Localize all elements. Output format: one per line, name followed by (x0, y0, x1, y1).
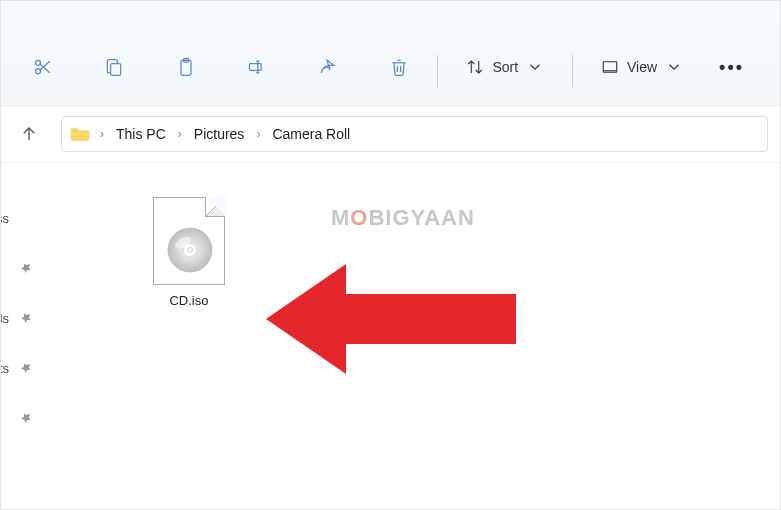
chevron-right-icon: › (98, 127, 106, 141)
annotation-arrow (266, 259, 516, 379)
nav-up-button[interactable] (13, 118, 45, 150)
sidebar-item[interactable]: ess (1, 193, 41, 243)
svg-point-18 (187, 247, 193, 253)
svg-rect-4 (111, 64, 121, 76)
chevron-down-icon (665, 58, 683, 76)
pin-icon (16, 308, 36, 328)
sort-label: Sort (492, 59, 518, 75)
folder-icon (70, 126, 90, 142)
chevron-right-icon: › (176, 127, 184, 141)
clipboard-icon (176, 57, 196, 77)
copy-icon (104, 57, 124, 77)
sidebar-item-label: ess (0, 211, 9, 226)
sidebar-item-label: nts (0, 361, 9, 376)
ellipsis-icon: ••• (719, 57, 744, 78)
arrow-up-icon (20, 125, 38, 143)
breadcrumb[interactable]: › This PC › Pictures › Camera Roll (61, 116, 768, 152)
share-button[interactable] (306, 47, 350, 87)
iso-file-icon (153, 197, 225, 285)
pin-icon (16, 258, 36, 278)
watermark-text: MOBIGYAAN (331, 205, 475, 231)
rename-button[interactable] (235, 47, 279, 87)
chevron-down-icon (526, 58, 544, 76)
file-item[interactable]: CD.iso (141, 193, 237, 312)
toolbar-divider (572, 55, 573, 87)
command-toolbar: Sort View ••• (1, 1, 780, 106)
scissors-icon (33, 57, 53, 77)
sidebar-item[interactable] (1, 243, 41, 293)
breadcrumb-item[interactable]: Camera Roll (268, 124, 354, 144)
delete-button[interactable] (377, 47, 421, 87)
breadcrumb-item[interactable]: Pictures (190, 124, 249, 144)
trash-icon (389, 57, 409, 77)
sidebar-item[interactable] (1, 393, 41, 443)
view-icon (601, 58, 619, 76)
more-button[interactable]: ••• (703, 47, 760, 87)
sort-button[interactable]: Sort (454, 47, 556, 87)
cut-button[interactable] (21, 47, 65, 87)
paste-button[interactable] (164, 47, 208, 87)
file-list-area[interactable]: MOBIGYAAN (41, 163, 780, 509)
sidebar-item[interactable]: nts (1, 343, 41, 393)
view-button[interactable]: View (589, 47, 695, 87)
svg-marker-20 (266, 264, 516, 374)
content-area: ess ads nts MOBIGYAAN (1, 163, 780, 509)
address-bar-row: › This PC › Pictures › Camera Roll (1, 106, 780, 163)
sidebar-item-label: ads (0, 311, 9, 326)
pin-icon (16, 408, 36, 428)
copy-button[interactable] (92, 47, 136, 87)
toolbar-divider (437, 55, 438, 87)
sidebar-item[interactable]: ads (1, 293, 41, 343)
sort-icon (466, 58, 484, 76)
file-name-label: CD.iso (169, 293, 208, 308)
svg-rect-7 (249, 64, 261, 71)
nav-sidebar: ess ads nts (1, 163, 41, 509)
view-label: View (627, 59, 657, 75)
share-icon (318, 57, 338, 77)
pin-icon (16, 358, 36, 378)
breadcrumb-item[interactable]: This PC (112, 124, 170, 144)
rename-icon (247, 57, 267, 77)
chevron-right-icon: › (254, 127, 262, 141)
